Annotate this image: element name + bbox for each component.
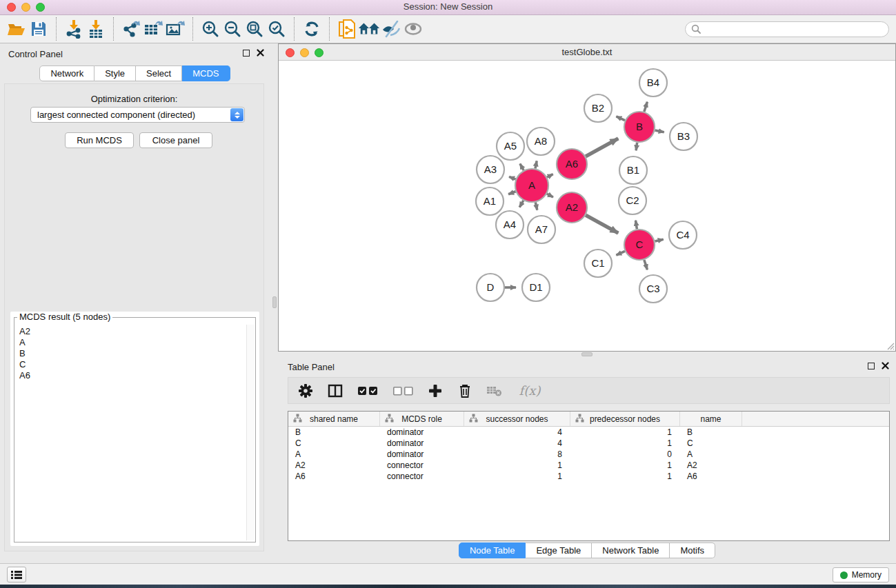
- graph-node-A2[interactable]: A2: [557, 192, 587, 223]
- graph-node-C3[interactable]: C3: [639, 275, 667, 303]
- table-row[interactable]: Adominator80A: [288, 449, 889, 460]
- apply-layout-button[interactable]: [301, 18, 323, 40]
- save-session-button[interactable]: [28, 18, 50, 40]
- table-row[interactable]: Bdominator41B: [288, 427, 889, 438]
- result-item[interactable]: C: [19, 359, 243, 370]
- graph-node-A4[interactable]: A4: [496, 211, 524, 239]
- table-row[interactable]: A2connector11A2: [288, 460, 889, 471]
- graph-edge-B-B3[interactable]: [655, 130, 664, 132]
- graph-edge-A-A6[interactable]: [547, 174, 553, 178]
- delete-column-button[interactable]: [457, 383, 473, 399]
- graph-node-B4[interactable]: B4: [639, 69, 667, 97]
- add-column-button[interactable]: [427, 383, 444, 399]
- column-header-shared-name[interactable]: shared name: [288, 412, 380, 426]
- memory-button[interactable]: Memory: [833, 567, 889, 582]
- apply-function-button[interactable]: f(x): [516, 383, 544, 399]
- table-tab-motifs[interactable]: Motifs: [670, 543, 715, 558]
- column-visibility-button[interactable]: [327, 383, 344, 399]
- open-session-from-ndex-button[interactable]: [358, 18, 380, 40]
- tab-mcds[interactable]: MCDS: [182, 65, 230, 81]
- search-input[interactable]: [685, 21, 889, 37]
- table-settings-button[interactable]: [297, 383, 314, 399]
- import-from-ndex-button[interactable]: [336, 18, 358, 40]
- mcds-result-list[interactable]: A2ABCA6: [19, 326, 243, 540]
- graph-edge-A-A1[interactable]: [508, 192, 516, 194]
- graph-edge-A-A2[interactable]: [547, 194, 553, 197]
- open-session-button[interactable]: [6, 18, 28, 40]
- graph-edge-A-A8[interactable]: [535, 161, 537, 168]
- show-hidden-button[interactable]: [402, 18, 424, 40]
- graph-edge-C-C4[interactable]: [655, 239, 664, 241]
- graph-edge-B-B2[interactable]: [616, 116, 625, 121]
- graph-edge-A-A7[interactable]: [535, 202, 537, 210]
- zoom-fit-button[interactable]: [243, 18, 266, 40]
- vertical-splitter-handle[interactable]: [272, 296, 277, 308]
- tab-style[interactable]: Style: [94, 65, 136, 81]
- close-panel-button[interactable]: Close panel: [139, 132, 212, 148]
- import-network-file-button[interactable]: [63, 18, 85, 40]
- graph-node-B[interactable]: B: [624, 112, 655, 142]
- horizontal-splitter-handle[interactable]: [581, 352, 593, 356]
- hide-selected-button[interactable]: [380, 18, 402, 40]
- table-tab-edge-table[interactable]: Edge Table: [526, 543, 592, 558]
- float-table-panel-icon[interactable]: [868, 363, 875, 369]
- column-header-mcds-role[interactable]: MCDS role: [380, 412, 464, 426]
- graph-edge-C-C1[interactable]: [616, 251, 625, 255]
- graph-node-B2[interactable]: B2: [584, 94, 612, 122]
- resize-grip-icon[interactable]: [885, 341, 895, 350]
- graph-node-D[interactable]: D: [477, 274, 504, 301]
- graph-node-C2[interactable]: C2: [619, 187, 646, 214]
- zoom-out-button[interactable]: [221, 18, 243, 40]
- graph-node-A8[interactable]: A8: [527, 128, 555, 155]
- graph-node-B3[interactable]: B3: [670, 123, 697, 150]
- tab-select[interactable]: Select: [136, 65, 182, 81]
- export-table-button[interactable]: [142, 18, 164, 40]
- graph-node-A7[interactable]: A7: [528, 216, 555, 243]
- close-table-panel-icon[interactable]: [882, 362, 889, 369]
- network-canvas[interactable]: AA1A2A3A4A5A6A7A8BB1B2B3B4CC1C2C3C4DD1: [279, 61, 895, 351]
- criterion-dropdown[interactable]: largest connected component (directed): [30, 107, 245, 123]
- result-item[interactable]: A6: [19, 370, 243, 381]
- column-header-successor-nodes[interactable]: successor nodes: [464, 412, 570, 426]
- export-image-button[interactable]: [164, 18, 186, 40]
- graph-node-D1[interactable]: D1: [522, 274, 550, 301]
- graph-edge-C-C3[interactable]: [644, 260, 648, 270]
- table-row[interactable]: Cdominator41C: [288, 438, 889, 449]
- graph-node-C1[interactable]: C1: [584, 250, 612, 277]
- graph-edge-C-C2[interactable]: [636, 221, 637, 230]
- graph-node-A[interactable]: A: [515, 169, 548, 202]
- graph-node-B1[interactable]: B1: [619, 156, 647, 184]
- task-history-button[interactable]: [7, 567, 26, 582]
- graph-edge-A-A4[interactable]: [519, 201, 524, 207]
- graph-node-C[interactable]: C: [624, 230, 655, 260]
- result-item[interactable]: A2: [19, 326, 243, 337]
- run-mcds-button[interactable]: Run MCDS: [65, 132, 134, 148]
- graph-edge-A6-B[interactable]: [586, 139, 618, 156]
- deselect-all-rows-button[interactable]: [392, 383, 414, 399]
- float-panel-icon[interactable]: [243, 50, 250, 57]
- graph-edge-B-B1[interactable]: [636, 143, 637, 151]
- graph-node-A5[interactable]: A5: [497, 132, 524, 160]
- column-header-predecessor-nodes[interactable]: predecessor nodes: [570, 412, 680, 426]
- export-network-button[interactable]: [120, 18, 142, 40]
- table-row[interactable]: A6connector11A6: [288, 471, 889, 482]
- zoom-in-button[interactable]: [199, 18, 221, 40]
- graph-node-A6[interactable]: A6: [557, 149, 587, 179]
- graph-edge-A-A3[interactable]: [509, 176, 516, 179]
- result-item[interactable]: A: [19, 337, 243, 348]
- graph-node-A3[interactable]: A3: [477, 156, 504, 183]
- graph-node-A1[interactable]: A1: [476, 187, 504, 215]
- result-scrollbar[interactable]: [246, 325, 255, 540]
- delete-table-button[interactable]: [486, 383, 503, 399]
- table-tab-network-table[interactable]: Network Table: [592, 543, 670, 558]
- column-header-name[interactable]: name: [680, 412, 742, 426]
- graph-edge-B-B4[interactable]: [644, 102, 648, 112]
- tab-network[interactable]: Network: [39, 65, 94, 81]
- graph-edge-A2-C[interactable]: [586, 215, 618, 233]
- graph-edge-A-A5[interactable]: [520, 164, 524, 171]
- zoom-selected-button[interactable]: [266, 18, 288, 40]
- select-all-rows-button[interactable]: [357, 383, 379, 399]
- import-table-file-button[interactable]: [85, 18, 107, 40]
- table-tab-node-table[interactable]: Node Table: [459, 543, 526, 558]
- result-item[interactable]: B: [19, 348, 243, 359]
